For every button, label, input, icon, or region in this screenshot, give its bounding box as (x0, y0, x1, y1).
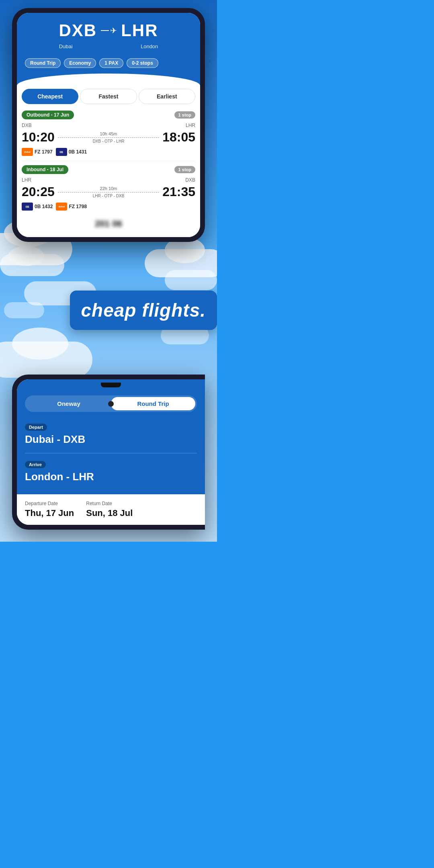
outbound-header: Outbound - 17 Jun 1 stop (22, 111, 195, 119)
phone2-mockup: Oneway Round Trip Depart Dubai - DXB (12, 375, 205, 530)
outbound-origin-airport: DXB (22, 123, 32, 128)
cheap-flights-banner: cheap flights. (70, 291, 217, 330)
origin-code: DXB (59, 21, 97, 40)
phone1-mockup: DXB ✈ LHR Dubai London (12, 8, 205, 242)
inbound-dest-airport: DXB (185, 177, 195, 183)
departure-date-group[interactable]: Departure Date Thu, 17 Jun (25, 501, 74, 518)
inbound-via: LHR - OTP - DXB (58, 194, 159, 198)
return-date-value: Sun, 18 Jul (86, 508, 133, 518)
results-container: Outbound - 17 Jun 1 stop DXB LHR 10:20 1… (17, 107, 200, 237)
phone1-section: DXB ✈ LHR Dubai London (0, 0, 217, 246)
outbound-duration: 10h 45m (58, 131, 159, 136)
arrive-label: Arrive (25, 461, 46, 468)
inbound-airline-2-logo: dubai (56, 203, 67, 211)
outbound-times: 10:20 10h 45m DXB - OTP - LHR 18:05 (22, 130, 195, 145)
inbound-duration: 22h 10m (58, 186, 159, 191)
mid-section: cheap flights. (0, 246, 217, 375)
price-peek: 201 06 (22, 215, 195, 232)
inbound-airports: LHR DXB (22, 177, 195, 183)
depart-field[interactable]: Depart Dubai - DXB (25, 420, 197, 449)
inbound-arrival: 21:35 (162, 184, 195, 199)
outbound-airlines: dubai FZ 1797 0B 0B 1431 (22, 148, 195, 156)
arrive-field[interactable]: Arrive London - LHR (25, 457, 197, 486)
outbound-airports: DXB LHR (22, 123, 195, 128)
outbound-via: DXB - OTP - LHR (58, 139, 159, 143)
return-date-group[interactable]: Return Date Sun, 18 Jul (86, 501, 133, 518)
phone2-screen: Oneway Round Trip Depart Dubai - DXB (17, 379, 205, 525)
inbound-airline-1: 0B 0B 1432 (22, 203, 53, 211)
outbound-departure: 10:20 (22, 130, 55, 145)
inbound-flight-2-code: FZ 1798 (69, 204, 87, 209)
return-date-label: Return Date (86, 501, 133, 506)
outbound-airline-1: dubai FZ 1797 (22, 148, 53, 156)
trip-type-toggle[interactable]: Oneway Round Trip (25, 395, 197, 412)
inbound-airline-1-logo: 0B (22, 203, 33, 211)
dest-city-info: London (141, 43, 158, 49)
origin-city-info: Dubai (59, 43, 73, 49)
inbound-header: Inbound - 18 Jul 1 stop (22, 165, 195, 174)
wave-divider (17, 74, 200, 86)
roundtrip-option[interactable]: Round Trip (111, 397, 195, 410)
sort-tabs: Cheapest Fastest Earliest (17, 86, 200, 107)
inbound-dashed-line (58, 192, 159, 192)
outbound-flight-2-code: 0B 1431 (69, 149, 87, 155)
filter-pills: Round Trip Economy 1 PAX 0-2 stops (25, 54, 192, 74)
inbound-stops: 1 stop (174, 166, 195, 173)
phone1-screen: DXB ✈ LHR Dubai London (17, 13, 200, 237)
inbound-airline-2: dubai FZ 1798 (56, 203, 87, 211)
tab-cheapest[interactable]: Cheapest (22, 89, 78, 104)
inbound-flight-1-code: 0B 1432 (35, 204, 53, 209)
outbound-airline-2: 0B 0B 1431 (56, 148, 87, 156)
cheap-flights-text: cheap flights. (81, 299, 206, 321)
departure-date-label: Departure Date (25, 501, 74, 506)
dest-city: London (141, 43, 158, 49)
outbound-airline-1-logo: dubai (22, 148, 33, 156)
outbound-stops: 1 stop (174, 111, 195, 119)
inbound-path: 22h 10m LHR - OTP - DXB (55, 186, 162, 198)
outbound-arrival: 18:05 (162, 130, 195, 145)
outbound-segment: Outbound - 17 Jun 1 stop DXB LHR 10:20 1… (22, 111, 195, 156)
outbound-label: Outbound - 17 Jun (22, 111, 74, 119)
plane-icon: ✈ (101, 26, 117, 35)
inbound-times: 20:25 22h 10m LHR - OTP - DXB 21:35 (22, 184, 195, 199)
segment-divider (22, 161, 195, 161)
inbound-segment: Inbound - 18 Jul 1 stop LHR DXB 20:25 22… (22, 165, 195, 211)
field-separator-1 (25, 453, 197, 453)
destination-code: LHR (121, 21, 158, 40)
tab-fastest[interactable]: Fastest (80, 89, 137, 104)
tab-earliest[interactable]: Earliest (139, 89, 195, 104)
dates-section: Departure Date Thu, 17 Jun Return Date S… (17, 494, 205, 525)
stops-pill[interactable]: 0-2 stops (127, 58, 158, 68)
inbound-origin-airport: LHR (22, 177, 31, 183)
pax-pill[interactable]: 1 PAX (99, 58, 123, 68)
phone2-section: Oneway Round Trip Depart Dubai - DXB (0, 375, 217, 542)
outbound-path: 10h 45m DXB - OTP - LHR (55, 131, 162, 143)
route-display: DXB ✈ LHR (25, 21, 192, 43)
outbound-dashed-line (58, 137, 159, 138)
outbound-flight-1-code: FZ 1797 (35, 149, 53, 155)
outbound-dest-airport: LHR (186, 123, 195, 128)
departure-date-value: Thu, 17 Jun (25, 508, 74, 518)
inbound-label: Inbound - 18 Jul (22, 165, 68, 174)
route-cities: Dubai London (25, 43, 192, 49)
trip-type-pill[interactable]: Round Trip (25, 58, 61, 68)
depart-value: Dubai - DXB (25, 433, 197, 446)
depart-label: Depart (25, 424, 47, 431)
cabin-pill[interactable]: Economy (64, 58, 96, 68)
oneway-option[interactable]: Oneway (27, 397, 111, 410)
origin-city: Dubai (59, 43, 73, 49)
phone1-header: DXB ✈ LHR Dubai London (17, 13, 200, 74)
outbound-airline-2-logo: 0B (56, 148, 67, 156)
inbound-airlines: 0B 0B 1432 dubai FZ 1798 (22, 203, 195, 211)
arrive-value: London - LHR (25, 471, 197, 483)
inbound-departure: 20:25 (22, 184, 55, 199)
phone2-header: Oneway Round Trip Depart Dubai - DXB (17, 387, 205, 494)
